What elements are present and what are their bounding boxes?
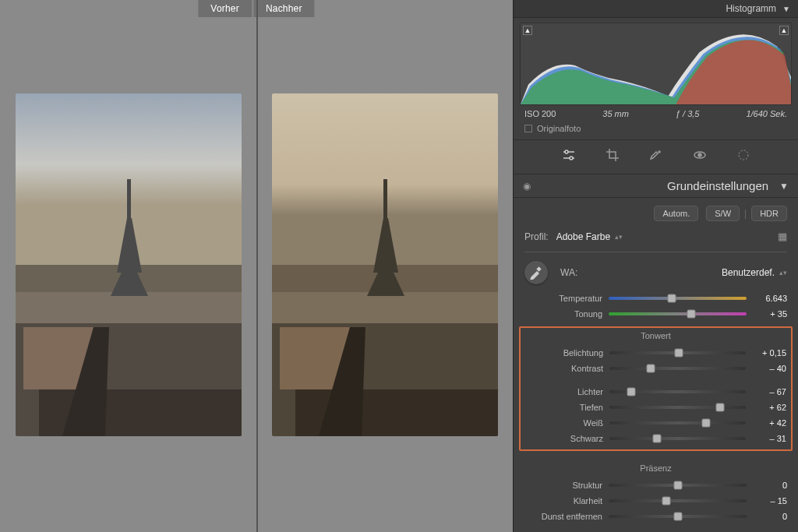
svg-rect-13	[272, 292, 498, 323]
collapse-icon[interactable]: ▼	[779, 181, 789, 192]
masking-icon[interactable]	[736, 148, 750, 164]
hdr-button[interactable]: HDR	[751, 206, 787, 221]
panel-toggle-eye-icon[interactable]: ◉	[523, 181, 531, 192]
tone-group-title: Tonwert	[525, 329, 786, 345]
after-photo[interactable]	[272, 93, 498, 436]
original-photo-row[interactable]: Originalfoto	[514, 121, 798, 140]
shadows-slider[interactable]: Tiefen+ 62	[525, 400, 786, 415]
original-label: Originalfoto	[537, 124, 581, 133]
temperature-slider[interactable]: Temperatur6.643	[524, 291, 787, 306]
exif-aperture: ƒ / 3,5	[676, 109, 700, 118]
histogram-header[interactable]: Histogramm ▼	[514, 0, 798, 18]
crop-icon[interactable]	[606, 148, 620, 164]
treatment-modes: Autom. S/W | HDR	[514, 198, 798, 227]
redeye-icon[interactable]	[693, 148, 707, 164]
auto-button[interactable]: Autom.	[654, 206, 698, 221]
before-after-preview: Vorher Nachher	[0, 0, 513, 532]
dropdown-icon: ▴▾	[779, 269, 787, 277]
edit-sliders-icon[interactable]	[562, 148, 576, 164]
shadow-clip-indicator[interactable]: ▲	[523, 26, 532, 35]
exif-focal: 35 mm	[602, 109, 629, 118]
profile-label: Profil:	[524, 231, 549, 242]
exposure-slider[interactable]: Belichtung+ 0,15	[525, 345, 786, 361]
svg-point-27	[739, 150, 748, 160]
presence-group-title: Präsenz	[514, 456, 798, 477]
exif-info: ISO 200 35 mm ƒ / 3,5 1/640 Sek.	[514, 105, 798, 121]
svg-point-26	[698, 153, 701, 157]
svg-rect-28	[537, 267, 540, 270]
wb-dropdown[interactable]: Benutzerdef. ▴▾	[722, 267, 787, 278]
separator	[524, 252, 787, 252]
histogram-title: Histogramm	[726, 3, 776, 14]
exif-iso: ISO 200	[524, 109, 556, 118]
develop-panel: Histogramm ▼ ▲ ▲ ISO 200 35 mm ƒ / 3,5 1…	[513, 0, 798, 532]
wb-eyedropper-icon[interactable]	[524, 261, 548, 284]
presence-sliders: Struktur0 Klarheit– 15 Dunst entfernen0 …	[514, 477, 798, 532]
tool-strip	[514, 140, 798, 174]
profile-row: Profil: Adobe Farbe ▴▾ ▦	[514, 227, 798, 250]
wb-value: Benutzerdef.	[722, 267, 775, 278]
dehaze-slider[interactable]: Dunst entfernen0	[524, 509, 787, 524]
whites-slider[interactable]: Weiß+ 42	[525, 415, 786, 431]
profile-browser-icon[interactable]: ▦	[778, 231, 787, 242]
tint-slider[interactable]: Tonung+ 35	[524, 306, 787, 322]
wb-label: WA:	[560, 267, 577, 278]
collapse-icon[interactable]: ▼	[782, 5, 790, 13]
texture-slider[interactable]: Struktur0	[524, 477, 787, 493]
mode-separator: |	[741, 206, 750, 221]
basic-panel-title: Grundeinstellungen	[667, 179, 768, 192]
exif-shutter: 1/640 Sek.	[746, 109, 787, 118]
histogram[interactable]: ▲ ▲	[520, 23, 792, 105]
wb-sliders: Temperatur6.643 Tonung+ 35	[514, 291, 798, 325]
basic-panel-header[interactable]: ◉ Grundeinstellungen ▼	[514, 174, 798, 198]
profile-dropdown[interactable]: Adobe Farbe ▴▾	[556, 231, 623, 242]
profile-value: Adobe Farbe	[556, 231, 610, 242]
after-column	[256, 0, 513, 532]
clarity-slider[interactable]: Klarheit– 15	[524, 493, 787, 509]
white-balance-row: WA: Benutzerdef. ▴▾	[514, 257, 798, 291]
healing-icon[interactable]	[649, 148, 663, 164]
svg-point-22	[565, 150, 568, 153]
dropdown-icon: ▴▾	[615, 233, 623, 241]
contrast-slider[interactable]: Kontrast– 40	[525, 361, 786, 376]
preview-divider[interactable]	[256, 0, 258, 532]
bw-button[interactable]: S/W	[706, 206, 740, 221]
highlight-clip-indicator[interactable]: ▲	[779, 26, 789, 35]
tone-section-highlighted: Tonwert Belichtung+ 0,15 Kontrast– 40 Li…	[519, 326, 793, 451]
blacks-slider[interactable]: Schwarz– 31	[525, 431, 786, 446]
svg-rect-3	[16, 292, 242, 323]
before-column	[0, 0, 256, 532]
highlights-slider[interactable]: Lichter– 67	[525, 384, 786, 400]
before-photo[interactable]	[16, 93, 242, 436]
svg-point-24	[659, 151, 660, 153]
original-checkbox[interactable]	[524, 125, 532, 132]
svg-point-23	[570, 157, 573, 160]
